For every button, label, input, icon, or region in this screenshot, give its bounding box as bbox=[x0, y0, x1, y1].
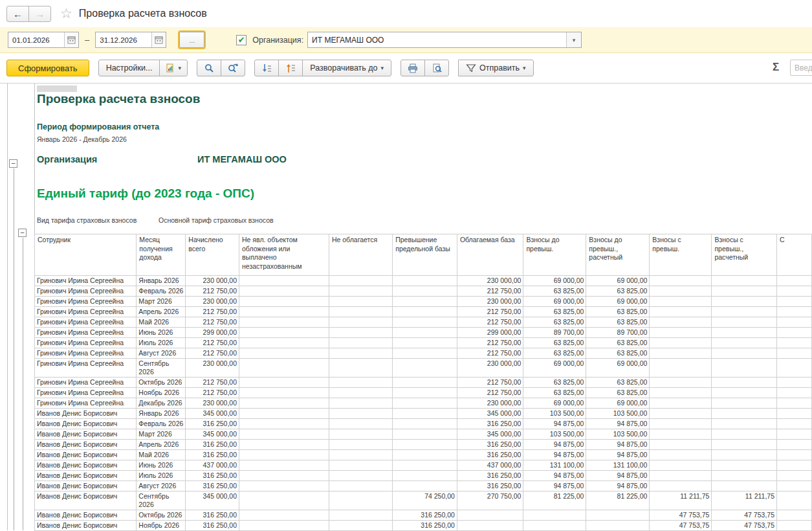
excess-cell[interactable] bbox=[393, 348, 457, 359]
contrib-before-cell[interactable]: 94 875,00 bbox=[523, 450, 586, 460]
not-object-cell[interactable] bbox=[239, 297, 329, 307]
not-object-cell[interactable] bbox=[239, 521, 329, 531]
extra-cell[interactable] bbox=[776, 398, 811, 409]
date-to-calendar-button[interactable] bbox=[151, 32, 166, 47]
accrued-cell[interactable]: 230 000,00 bbox=[186, 276, 239, 286]
extra-cell[interactable] bbox=[776, 419, 811, 429]
contrib-before-cell[interactable]: 69 000,00 bbox=[523, 297, 586, 307]
settings-button[interactable]: Настройки... bbox=[98, 60, 160, 76]
employee-cell[interactable]: Гринович Ирина Сергеейна bbox=[35, 388, 137, 398]
contrib-excess-cell[interactable] bbox=[650, 398, 712, 409]
print-preview-button[interactable] bbox=[424, 60, 449, 76]
not-taxed-cell[interactable] bbox=[329, 491, 392, 510]
month-cell[interactable]: Декабрь 2026 bbox=[137, 398, 186, 409]
contrib-excess-cell[interactable] bbox=[650, 359, 712, 378]
contrib-before-calc-cell[interactable]: 63 825,00 bbox=[586, 307, 650, 317]
contrib-before-calc-cell[interactable]: 63 825,00 bbox=[586, 338, 650, 348]
month-cell[interactable]: Июнь 2026 bbox=[137, 328, 186, 338]
not-object-cell[interactable] bbox=[239, 328, 329, 338]
extra-cell[interactable] bbox=[776, 491, 811, 510]
column-header-extra-cell[interactable]: С bbox=[776, 234, 811, 276]
contrib-excess-calc-cell[interactable] bbox=[712, 460, 777, 471]
base-cell[interactable]: 345 000,00 bbox=[457, 429, 523, 440]
selected-cell-indicator[interactable] bbox=[37, 85, 77, 92]
contrib-before-calc-cell[interactable]: 94 875,00 bbox=[586, 440, 650, 450]
not-taxed-cell[interactable] bbox=[329, 481, 392, 491]
contrib-before-cell[interactable]: 63 825,00 bbox=[523, 286, 586, 297]
contrib-excess-calc-cell[interactable] bbox=[712, 378, 777, 388]
contrib-before-calc-cell[interactable]: 69 000,00 bbox=[586, 297, 650, 307]
month-cell[interactable]: Март 2026 bbox=[137, 429, 186, 440]
extra-cell[interactable] bbox=[776, 348, 811, 359]
employee-cell[interactable]: Иванов Денис Борисович bbox=[35, 440, 137, 450]
accrued-cell[interactable]: 316 250,00 bbox=[186, 471, 239, 481]
excess-cell[interactable] bbox=[393, 450, 457, 460]
excess-cell[interactable] bbox=[393, 276, 457, 286]
contrib-excess-cell[interactable] bbox=[650, 378, 712, 388]
contrib-before-cell[interactable]: 63 825,00 bbox=[523, 348, 586, 359]
organization-input[interactable] bbox=[308, 32, 566, 47]
not-object-cell[interactable] bbox=[239, 307, 329, 317]
contrib-excess-cell[interactable] bbox=[650, 440, 712, 450]
month-cell[interactable]: Октябрь 2026 bbox=[137, 378, 186, 388]
not-object-cell[interactable] bbox=[239, 317, 329, 328]
contrib-excess-cell[interactable] bbox=[650, 450, 712, 460]
base-cell[interactable]: 316 250,00 bbox=[457, 481, 523, 491]
not-taxed-cell[interactable] bbox=[329, 440, 392, 450]
not-taxed-cell[interactable] bbox=[329, 276, 392, 286]
base-cell[interactable]: 212 750,00 bbox=[457, 348, 523, 359]
contrib-before-cell[interactable]: 63 825,00 bbox=[523, 388, 586, 398]
contrib-excess-cell[interactable] bbox=[650, 429, 712, 440]
forward-button[interactable]: → bbox=[28, 6, 51, 22]
contrib-before-calc-cell[interactable]: 94 875,00 bbox=[586, 471, 650, 481]
month-cell[interactable]: Январь 2026 bbox=[137, 276, 186, 286]
contrib-before-calc-cell[interactable]: 63 825,00 bbox=[586, 348, 650, 359]
print-button[interactable] bbox=[401, 60, 425, 76]
contrib-before-cell[interactable]: 94 875,00 bbox=[523, 471, 586, 481]
contrib-before-calc-cell[interactable]: 131 100,00 bbox=[586, 460, 650, 471]
favorite-star-icon[interactable]: ☆ bbox=[60, 6, 72, 21]
not-taxed-cell[interactable] bbox=[329, 359, 392, 378]
contrib-excess-calc-cell[interactable] bbox=[712, 317, 777, 328]
month-cell[interactable]: Март 2026 bbox=[137, 297, 186, 307]
report-variants-button[interactable]: ▾ bbox=[159, 60, 188, 76]
not-taxed-cell[interactable] bbox=[329, 388, 392, 398]
contrib-before-cell[interactable]: 63 825,00 bbox=[523, 307, 586, 317]
not-taxed-cell[interactable] bbox=[329, 297, 392, 307]
base-cell[interactable]: 230 000,00 bbox=[457, 398, 523, 409]
base-cell[interactable]: 299 000,00 bbox=[457, 328, 523, 338]
extra-cell[interactable] bbox=[776, 359, 811, 378]
contrib-excess-calc-cell[interactable] bbox=[712, 440, 777, 450]
employee-cell[interactable]: Иванов Денис Борисович bbox=[35, 450, 137, 460]
not-object-cell[interactable] bbox=[239, 471, 329, 481]
accrued-cell[interactable]: 230 000,00 bbox=[186, 398, 239, 409]
contrib-excess-cell[interactable] bbox=[650, 297, 712, 307]
excess-cell[interactable] bbox=[393, 440, 457, 450]
base-cell[interactable]: 212 750,00 bbox=[457, 307, 523, 317]
contrib-before-cell[interactable]: 89 700,00 bbox=[523, 328, 586, 338]
organization-dropdown-button[interactable]: ▾ bbox=[566, 32, 581, 47]
accrued-cell[interactable]: 212 750,00 bbox=[186, 338, 239, 348]
accrued-cell[interactable]: 212 750,00 bbox=[186, 348, 239, 359]
excess-cell[interactable] bbox=[393, 460, 457, 471]
quick-search-input[interactable] bbox=[790, 60, 812, 76]
not-taxed-cell[interactable] bbox=[329, 450, 392, 460]
not-object-cell[interactable] bbox=[239, 450, 329, 460]
column-header-contrib-before-cell[interactable]: Взносы до превыш. bbox=[523, 234, 586, 276]
base-cell[interactable]: 212 750,00 bbox=[457, 286, 523, 297]
accrued-cell[interactable]: 316 250,00 bbox=[186, 521, 239, 531]
contrib-before-cell[interactable]: 94 875,00 bbox=[523, 481, 586, 491]
excess-cell[interactable] bbox=[393, 388, 457, 398]
not-object-cell[interactable] bbox=[239, 338, 329, 348]
accrued-cell[interactable]: 316 250,00 bbox=[186, 450, 239, 460]
not-object-cell[interactable] bbox=[239, 398, 329, 409]
employee-cell[interactable]: Иванов Денис Борисович bbox=[35, 481, 137, 491]
excess-cell[interactable] bbox=[393, 429, 457, 440]
not-taxed-cell[interactable] bbox=[329, 328, 392, 338]
not-taxed-cell[interactable] bbox=[329, 429, 392, 440]
month-cell[interactable]: Май 2026 bbox=[137, 317, 186, 328]
not-object-cell[interactable] bbox=[239, 491, 329, 510]
extra-cell[interactable] bbox=[776, 378, 811, 388]
extra-cell[interactable] bbox=[776, 409, 811, 419]
month-cell[interactable]: Февраль 2026 bbox=[137, 419, 186, 429]
